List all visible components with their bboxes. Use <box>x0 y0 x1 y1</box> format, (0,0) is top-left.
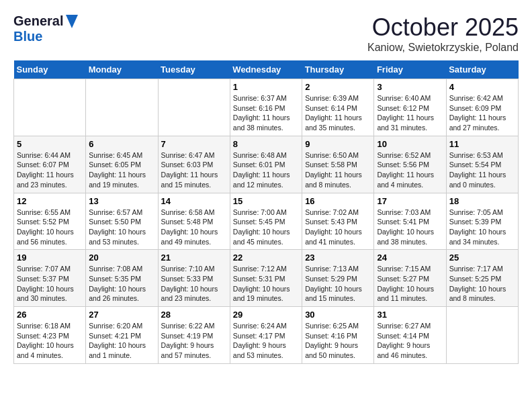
day-number: 21 <box>161 253 227 263</box>
calendar-day-cell: 21Sunrise: 7:10 AM Sunset: 5:33 PM Dayli… <box>158 250 230 307</box>
weekday-header-monday: Monday <box>86 60 158 79</box>
calendar-week-row: 12Sunrise: 6:55 AM Sunset: 5:52 PM Dayli… <box>14 193 519 250</box>
day-info: Sunrise: 7:02 AM Sunset: 5:43 PM Dayligh… <box>305 208 371 247</box>
day-info: Sunrise: 6:22 AM Sunset: 4:19 PM Dayligh… <box>161 321 227 361</box>
weekday-header-tuesday: Tuesday <box>158 60 230 79</box>
calendar-day-cell: 7Sunrise: 6:47 AM Sunset: 6:03 PM Daylig… <box>158 136 230 193</box>
day-number: 10 <box>377 139 443 149</box>
calendar-day-cell: 30Sunrise: 6:25 AM Sunset: 4:16 PM Dayli… <box>302 307 374 364</box>
day-info: Sunrise: 6:40 AM Sunset: 6:12 PM Dayligh… <box>377 93 443 133</box>
day-info: Sunrise: 6:47 AM Sunset: 6:03 PM Dayligh… <box>161 150 227 190</box>
calendar-empty-cell <box>158 79 230 136</box>
day-number: 3 <box>377 82 443 92</box>
day-info: Sunrise: 7:17 AM Sunset: 5:25 PM Dayligh… <box>449 264 515 304</box>
day-number: 29 <box>233 310 299 320</box>
calendar-day-cell: 27Sunrise: 6:20 AM Sunset: 4:21 PM Dayli… <box>86 307 158 364</box>
calendar-day-cell: 23Sunrise: 7:13 AM Sunset: 5:29 PM Dayli… <box>302 250 374 307</box>
calendar-day-cell: 13Sunrise: 6:57 AM Sunset: 5:50 PM Dayli… <box>86 193 158 250</box>
calendar-table: SundayMondayTuesdayWednesdayThursdayFrid… <box>13 60 519 364</box>
logo-icon: General <box>13 13 78 29</box>
calendar-day-cell: 24Sunrise: 7:15 AM Sunset: 5:27 PM Dayli… <box>374 250 446 307</box>
day-number: 14 <box>161 196 227 206</box>
calendar-day-cell: 29Sunrise: 6:24 AM Sunset: 4:17 PM Dayli… <box>230 307 302 364</box>
day-number: 20 <box>89 253 154 263</box>
day-number: 31 <box>377 310 443 320</box>
day-number: 25 <box>449 253 515 263</box>
title-area: October 2025 Kaniow, Swietokrzyskie, Pol… <box>367 13 519 54</box>
day-number: 19 <box>17 253 83 263</box>
calendar-empty-cell <box>14 79 86 136</box>
day-info: Sunrise: 6:18 AM Sunset: 4:23 PM Dayligh… <box>17 321 83 361</box>
calendar-day-cell: 22Sunrise: 7:12 AM Sunset: 5:31 PM Dayli… <box>230 250 302 307</box>
day-info: Sunrise: 6:55 AM Sunset: 5:52 PM Dayligh… <box>17 208 83 247</box>
day-number: 2 <box>305 82 371 92</box>
calendar-day-cell: 5Sunrise: 6:44 AM Sunset: 6:07 PM Daylig… <box>14 136 86 193</box>
day-number: 28 <box>161 310 227 320</box>
calendar-day-cell: 19Sunrise: 7:07 AM Sunset: 5:37 PM Dayli… <box>14 250 86 307</box>
day-info: Sunrise: 7:00 AM Sunset: 5:45 PM Dayligh… <box>233 208 299 247</box>
day-info: Sunrise: 6:45 AM Sunset: 6:05 PM Dayligh… <box>89 150 154 190</box>
month-title: October 2025 <box>367 13 519 42</box>
logo: General Blue <box>13 13 78 44</box>
logo-general-text: General <box>13 13 63 29</box>
weekday-header-wednesday: Wednesday <box>230 60 302 79</box>
calendar-day-cell: 15Sunrise: 7:00 AM Sunset: 5:45 PM Dayli… <box>230 193 302 250</box>
calendar-week-row: 19Sunrise: 7:07 AM Sunset: 5:37 PM Dayli… <box>14 250 519 307</box>
calendar-day-cell: 8Sunrise: 6:48 AM Sunset: 6:01 PM Daylig… <box>230 136 302 193</box>
day-info: Sunrise: 7:03 AM Sunset: 5:41 PM Dayligh… <box>377 208 443 247</box>
calendar-day-cell: 18Sunrise: 7:05 AM Sunset: 5:39 PM Dayli… <box>446 193 518 250</box>
calendar-week-row: 5Sunrise: 6:44 AM Sunset: 6:07 PM Daylig… <box>14 136 519 193</box>
logo-arrow-icon <box>66 15 78 28</box>
day-number: 16 <box>305 196 371 206</box>
calendar-week-row: 26Sunrise: 6:18 AM Sunset: 4:23 PM Dayli… <box>14 307 519 364</box>
day-info: Sunrise: 7:15 AM Sunset: 5:27 PM Dayligh… <box>377 264 443 304</box>
calendar-day-cell: 10Sunrise: 6:52 AM Sunset: 5:56 PM Dayli… <box>374 136 446 193</box>
day-number: 12 <box>17 196 83 206</box>
weekday-header-saturday: Saturday <box>446 60 518 79</box>
day-info: Sunrise: 7:07 AM Sunset: 5:37 PM Dayligh… <box>17 264 83 304</box>
page-header: General Blue October 2025 Kaniow, Swieto… <box>13 13 519 54</box>
calendar-day-cell: 11Sunrise: 6:53 AM Sunset: 5:54 PM Dayli… <box>446 136 518 193</box>
day-number: 13 <box>89 196 154 206</box>
day-info: Sunrise: 6:37 AM Sunset: 6:16 PM Dayligh… <box>233 93 299 133</box>
day-info: Sunrise: 6:50 AM Sunset: 5:58 PM Dayligh… <box>305 150 371 190</box>
day-number: 11 <box>449 139 515 149</box>
weekday-header-friday: Friday <box>374 60 446 79</box>
calendar-empty-cell <box>446 307 518 364</box>
calendar-day-cell: 16Sunrise: 7:02 AM Sunset: 5:43 PM Dayli… <box>302 193 374 250</box>
calendar-day-cell: 6Sunrise: 6:45 AM Sunset: 6:05 PM Daylig… <box>86 136 158 193</box>
calendar-day-cell: 1Sunrise: 6:37 AM Sunset: 6:16 PM Daylig… <box>230 79 302 136</box>
calendar-empty-cell <box>86 79 158 136</box>
location: Kaniow, Swietokrzyskie, Poland <box>367 42 519 54</box>
day-number: 18 <box>449 196 515 206</box>
calendar-day-cell: 26Sunrise: 6:18 AM Sunset: 4:23 PM Dayli… <box>14 307 86 364</box>
calendar-day-cell: 9Sunrise: 6:50 AM Sunset: 5:58 PM Daylig… <box>302 136 374 193</box>
calendar-week-row: 1Sunrise: 6:37 AM Sunset: 6:16 PM Daylig… <box>14 79 519 136</box>
calendar-day-cell: 25Sunrise: 7:17 AM Sunset: 5:25 PM Dayli… <box>446 250 518 307</box>
day-info: Sunrise: 6:53 AM Sunset: 5:54 PM Dayligh… <box>449 150 515 190</box>
calendar-day-cell: 28Sunrise: 6:22 AM Sunset: 4:19 PM Dayli… <box>158 307 230 364</box>
day-number: 26 <box>17 310 83 320</box>
day-info: Sunrise: 6:44 AM Sunset: 6:07 PM Dayligh… <box>17 150 83 190</box>
calendar-day-cell: 14Sunrise: 6:58 AM Sunset: 5:48 PM Dayli… <box>158 193 230 250</box>
day-number: 23 <box>305 253 371 263</box>
day-info: Sunrise: 6:58 AM Sunset: 5:48 PM Dayligh… <box>161 208 227 247</box>
calendar-day-cell: 20Sunrise: 7:08 AM Sunset: 5:35 PM Dayli… <box>86 250 158 307</box>
day-info: Sunrise: 7:13 AM Sunset: 5:29 PM Dayligh… <box>305 264 371 304</box>
day-info: Sunrise: 6:57 AM Sunset: 5:50 PM Dayligh… <box>89 208 154 247</box>
day-number: 1 <box>233 82 299 92</box>
day-number: 30 <box>305 310 371 320</box>
day-number: 17 <box>377 196 443 206</box>
day-number: 8 <box>233 139 299 149</box>
calendar-day-cell: 4Sunrise: 6:42 AM Sunset: 6:09 PM Daylig… <box>446 79 518 136</box>
day-info: Sunrise: 6:20 AM Sunset: 4:21 PM Dayligh… <box>89 321 154 361</box>
calendar-day-cell: 31Sunrise: 6:27 AM Sunset: 4:14 PM Dayli… <box>374 307 446 364</box>
day-info: Sunrise: 6:39 AM Sunset: 6:14 PM Dayligh… <box>305 93 371 133</box>
logo-blue-text: Blue <box>13 29 42 44</box>
day-info: Sunrise: 6:24 AM Sunset: 4:17 PM Dayligh… <box>233 321 299 361</box>
day-info: Sunrise: 7:10 AM Sunset: 5:33 PM Dayligh… <box>161 264 227 304</box>
weekday-header-sunday: Sunday <box>14 60 86 79</box>
day-info: Sunrise: 6:52 AM Sunset: 5:56 PM Dayligh… <box>377 150 443 190</box>
day-info: Sunrise: 6:48 AM Sunset: 6:01 PM Dayligh… <box>233 150 299 190</box>
calendar-day-cell: 2Sunrise: 6:39 AM Sunset: 6:14 PM Daylig… <box>302 79 374 136</box>
